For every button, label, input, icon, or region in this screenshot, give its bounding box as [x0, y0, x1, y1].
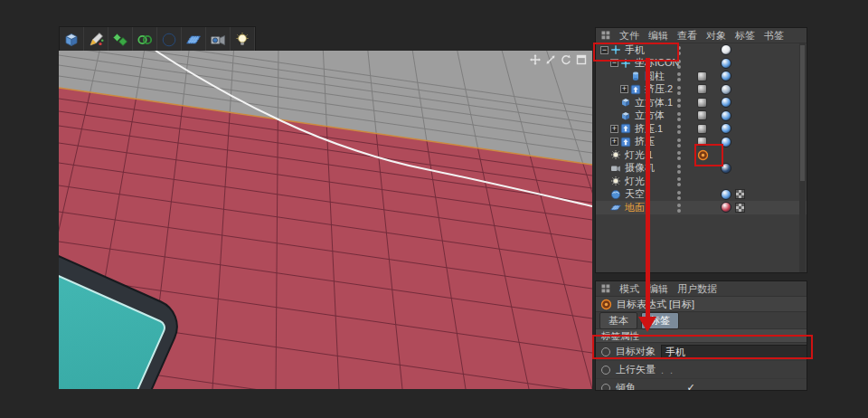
field-label: 倾角 — [616, 381, 636, 391]
cube-icon — [620, 97, 631, 108]
menu-object[interactable]: 对象 — [706, 29, 726, 43]
object-row-extrude-2[interactable]: + 挤压.2 — [596, 83, 807, 97]
object-row-light[interactable]: 灯光 — [596, 175, 807, 188]
viewport-nav-controls — [529, 53, 587, 65]
plane-tool-button[interactable] — [182, 27, 206, 52]
texture-tag-icon[interactable] — [735, 203, 745, 213]
phong-tag-icon[interactable] — [697, 98, 707, 108]
light-bulb-icon — [234, 32, 250, 48]
extrude-icon — [620, 123, 631, 134]
paint-tool-button[interactable] — [84, 27, 108, 52]
visibility-dots[interactable] — [677, 204, 681, 213]
gem-pair-icon — [112, 32, 128, 48]
viewport-canvas[interactable] — [59, 51, 592, 389]
phong-tag-icon[interactable] — [697, 71, 707, 81]
menu-edit[interactable]: 编辑 — [648, 282, 668, 296]
gem-tool-button[interactable] — [108, 27, 133, 52]
object-row-cube-1[interactable]: 立方体.1 — [596, 96, 807, 109]
attribute-manager-menubar: 模式 编辑 用户数据 — [596, 281, 807, 297]
object-label: 灯光 — [624, 175, 645, 188]
light-icon — [610, 176, 621, 186]
texture-tag-icon[interactable] — [735, 189, 745, 199]
visibility-dots[interactable] — [677, 99, 681, 108]
material-tag-icon[interactable] — [721, 44, 731, 55]
material-tag-icon[interactable] — [721, 97, 731, 108]
field-row-up-vector: 上行矢量 . . — [596, 361, 807, 379]
panel-menu-icon[interactable] — [601, 31, 610, 40]
material-tag-icon[interactable] — [721, 202, 731, 213]
main-toolbar — [59, 26, 256, 52]
sky-icon — [610, 189, 621, 200]
object-label: 挤压 — [634, 135, 655, 148]
visibility-dots[interactable] — [677, 177, 681, 186]
visibility-dots[interactable] — [677, 191, 681, 200]
keyframe-dot[interactable] — [601, 384, 610, 392]
viewport-panel[interactable] — [59, 51, 592, 389]
menu-edit[interactable]: 编辑 — [648, 29, 668, 43]
object-row-cylinder[interactable]: 圆柱 — [596, 70, 807, 83]
visibility-dots[interactable] — [677, 112, 681, 121]
sphere-tool-button[interactable] — [157, 27, 182, 52]
scrollbar[interactable] — [799, 43, 806, 272]
object-row-sky[interactable]: 天空 — [596, 188, 807, 202]
material-tag-icon[interactable] — [721, 84, 731, 95]
extrude-icon — [620, 137, 631, 147]
material-tag-icon[interactable] — [721, 123, 731, 134]
material-tag-icon[interactable] — [721, 110, 731, 121]
keyframe-dot[interactable] — [601, 366, 610, 375]
annotation-box-target-object-field — [592, 335, 813, 359]
panel-menu-icon[interactable] — [601, 284, 610, 293]
phong-tag-icon[interactable] — [697, 124, 707, 134]
menu-mode[interactable]: 模式 — [619, 282, 639, 296]
object-label: 天空 — [624, 187, 645, 201]
expand-toggle[interactable]: + — [610, 138, 618, 146]
object-label: 地面 — [624, 201, 645, 214]
plane-grid-icon — [185, 32, 202, 48]
cylinder-icon — [630, 71, 641, 81]
ring-tool-button[interactable] — [133, 27, 157, 52]
phong-tag-icon[interactable] — [697, 110, 707, 120]
expand-toggle[interactable]: + — [620, 85, 628, 93]
dolly-icon[interactable] — [544, 53, 556, 65]
maximize-icon[interactable] — [575, 53, 587, 65]
paint-brush-icon — [88, 32, 104, 48]
cube-icon — [620, 110, 631, 121]
menu-file[interactable]: 文件 — [619, 29, 639, 43]
camera-tool-button[interactable] — [206, 27, 231, 52]
tag-title: 目标表达式 [目标] — [617, 298, 694, 311]
sphere-icon — [161, 32, 177, 48]
object-row-extrude-1[interactable]: + 挤压.1 — [596, 122, 807, 136]
cube-primitive-icon — [63, 32, 80, 48]
menu-user-data[interactable]: 用户数据 — [677, 282, 717, 296]
pan-icon[interactable] — [529, 53, 541, 65]
tag-title-row: 目标表达式 [目标] — [596, 297, 807, 312]
object-row-cube[interactable]: 立方体 — [596, 109, 807, 123]
visibility-dots[interactable] — [677, 72, 681, 81]
cube-primitive-tool-button[interactable] — [60, 27, 84, 52]
orbit-icon[interactable] — [560, 53, 571, 65]
object-label: 立方体.1 — [634, 96, 673, 109]
tab-basic[interactable]: 基本 — [599, 312, 637, 329]
visibility-dots[interactable] — [677, 151, 681, 160]
light-icon — [610, 149, 621, 160]
visibility-dots[interactable] — [677, 125, 681, 134]
annotation-arrow-head — [638, 317, 656, 332]
pitch-checkbox[interactable]: ✓ — [687, 382, 695, 391]
phong-tag-icon[interactable] — [697, 84, 707, 94]
annotation-box-target-tag — [694, 144, 723, 166]
menu-view[interactable]: 查看 — [677, 29, 697, 43]
material-tag-icon[interactable] — [721, 71, 731, 81]
expand-toggle[interactable]: + — [610, 125, 618, 133]
annotation-arrow-line — [646, 58, 650, 317]
attribute-tabs: 基本 标签 — [596, 312, 807, 329]
annotation-box-phone-row — [593, 43, 679, 62]
material-tag-icon[interactable] — [721, 58, 731, 69]
light-tool-button[interactable] — [231, 27, 255, 52]
menu-tag[interactable]: 标签 — [735, 29, 755, 43]
menu-bookmark[interactable]: 书签 — [764, 29, 784, 43]
material-tag-icon[interactable] — [721, 189, 731, 200]
visibility-dots[interactable] — [677, 165, 681, 174]
visibility-dots[interactable] — [677, 86, 681, 95]
visibility-dots[interactable] — [677, 138, 681, 147]
object-row-floor[interactable]: 地面 — [596, 201, 807, 214]
